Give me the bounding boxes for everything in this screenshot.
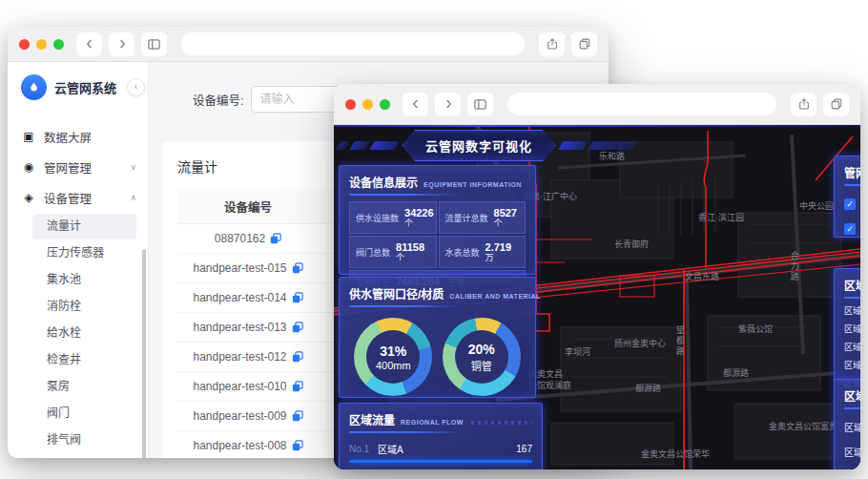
stat-value: 81158 [396,241,424,254]
layer-option[interactable]: ✓ 导入 [844,221,860,236]
sidebar-menu: ▣ 数据大屏 ◉ 管网管理∨ ◈ 设备管理∧ [8,110,148,213]
header-decoration [336,141,350,150]
map-label: 金奥文昌公馆富贵 [769,422,837,433]
title-underline [349,431,463,433]
flow-bar [349,460,532,463]
address-bar[interactable] [181,32,525,55]
sidebar-subitem[interactable]: 流量计 [32,214,136,240]
regional-flow-rows: No.1 区域A 167 No.2 区域C 123 [349,442,532,469]
legend-label: 区域A [844,304,860,317]
panel-subtitle: EQUIPMENT INFORMATION [424,181,522,188]
map-label: 长青御府 [614,240,649,251]
legend-label: 区域D [844,359,860,371]
legend-item[interactable]: 区域A [844,304,860,317]
donut-percent: 31% [380,344,406,359]
sidebar-toggle-icon[interactable] [467,93,493,116]
sidebar-subitem[interactable]: 给水栓 [8,321,148,346]
sidebar-subitem[interactable]: 集水池 [8,267,148,293]
sidebar-collapse-icon[interactable]: ‹ [127,78,145,96]
address-bar[interactable] [507,93,776,115]
sidebar-subitem[interactable]: 泵房 [8,374,148,400]
close-window-button[interactable] [19,39,30,50]
stat-label: 阀门总数 [356,246,390,259]
sidebar-subitem[interactable]: 压力传感器 [8,240,148,266]
device-no-cell: handpear-test-009 [177,402,319,431]
device-no-cell: handpear-test-015 [177,254,319,283]
minimize-window-button[interactable] [36,39,47,50]
device-icon: ◈ [22,191,35,204]
stat-cell: 水表总数 2.719 万 [439,236,527,268]
stat-cell: 流量计总数 8527 个 [439,201,527,234]
copy-icon[interactable] [292,322,303,333]
checkbox-icon[interactable]: ✓ [844,198,856,210]
sidebar-item-label: 设备管理 [44,189,92,207]
sidebar-subitem[interactable]: 排气阀 [8,427,148,453]
peak-legend: 区域A 区域B 区域C 区域D 区域E [844,304,860,389]
caliber-material-panel: 供水管网口径/材质 CALIBER AND MATERIAL 31% 400mm… [339,277,536,398]
dashboard-icon: ▣ [22,130,35,143]
map-label: 文昌东路 [685,272,719,283]
equipment-info-panel: 设备信息展示 EQUIPMENT INFORMATION 供水设施数 34226… [339,165,536,275]
device-no-cell: handpear-test-012 [177,343,319,372]
legend-item[interactable]: 区域D [844,359,860,371]
regional-flow-panel: 区域流量 REGIONAL FLOW No.1 区域A 167 No.2 区域C… [339,403,543,469]
sidebar-toggle-icon[interactable] [141,32,167,56]
dashboard-header: 云管网数字可视化 [339,130,634,161]
sidebar-subitem[interactable]: 消防栓 [8,294,148,320]
legend-item[interactable]: 区域B [844,323,860,335]
back-button[interactable] [76,32,102,56]
device-no-cell: handpear-test-008 [177,431,319,459]
sidebar-item-label: 管网管理 [44,158,92,177]
sidebar-item[interactable]: ▣ 数据大屏 [8,121,148,152]
title-underline [844,184,860,186]
sidebar-scrollbar[interactable] [142,249,146,458]
panel-subtitle: CALIBER AND MATERIAL [449,293,541,300]
donut-label: 铜管 [471,358,492,373]
map-label: 李坝河 [565,347,590,359]
header-decoration [369,141,400,150]
panel-subtitle: REGIONAL FLOW [401,419,464,426]
share-icon[interactable] [539,32,565,56]
copy-icon[interactable] [292,410,303,422]
tabs-icon[interactable] [823,93,849,116]
forward-button[interactable] [435,93,461,116]
copy-icon[interactable] [292,292,303,303]
stat-value: 8527 [494,207,517,219]
map-label: 中央公园 [799,201,834,213]
traffic-lights [19,39,64,50]
sidebar-item[interactable]: ◈ 设备管理∧ [8,182,148,213]
share-icon[interactable] [791,93,816,116]
tabs-icon[interactable] [571,32,597,56]
copy-icon[interactable] [270,233,281,244]
chevron-up-icon: ∧ [130,193,136,202]
map-label: 扬州金奥中心 [614,339,666,350]
copy-icon[interactable] [292,351,303,363]
flow-list-rows: 区域B区域C区域D区域E [844,420,860,469]
zoom-window-button[interactable] [380,99,390,110]
panel-title: 区域峰值 [844,277,860,293]
sidebar-subitem[interactable]: 出水口 [8,454,148,458]
zoom-window-button[interactable] [53,39,64,50]
copy-icon[interactable] [292,262,303,274]
flow-rank: No.1 [349,444,378,454]
copy-icon[interactable] [292,440,303,451]
close-window-button[interactable] [345,99,356,110]
browser-chrome [334,84,860,125]
browser-chrome [8,27,609,62]
sidebar-subitem[interactable]: 检查井 [8,347,148,373]
title-underline [844,297,860,299]
traffic-lights [345,99,390,110]
device-no-cell: handpear-test-013 [177,313,319,343]
back-button[interactable] [403,93,428,116]
sidebar-subitem[interactable]: 阀门 [8,401,148,427]
checkbox-icon[interactable]: ✓ [844,223,856,235]
layers-checkboxes: ✓ 全选 ✓ 导入 [844,197,860,236]
layer-option[interactable]: ✓ 全选 [844,197,860,211]
copy-icon[interactable] [292,381,303,392]
legend-item[interactable]: 区域C [844,341,860,353]
sidebar-item[interactable]: ◉ 管网管理∨ [8,152,148,182]
minimize-window-button[interactable] [362,99,373,110]
donut-label: 400mm [376,360,411,371]
dashboard-title: 云管网数字可视化 [402,130,556,161]
forward-button[interactable] [109,32,134,56]
